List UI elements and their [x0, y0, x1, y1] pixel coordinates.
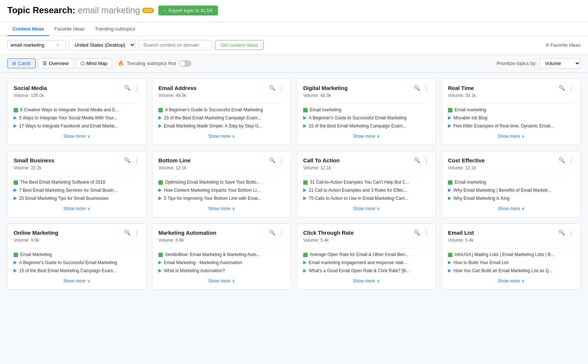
search-icon[interactable]: 🔍 — [269, 85, 275, 91]
search-icon[interactable]: 🔍 — [269, 230, 275, 236]
mindmap-icon: ⬡ — [80, 61, 85, 66]
item-text: What's a Good Email Open Rate & Click Ra… — [309, 268, 409, 273]
cards-view-button[interactable]: ⊞ Cards — [7, 58, 36, 68]
show-more-link[interactable]: Show more ∨ — [448, 206, 574, 211]
show-more-link[interactable]: Show more ∨ — [303, 278, 430, 284]
blue-icon — [158, 269, 162, 273]
item-text: Email marketing engagement and response … — [309, 260, 407, 265]
trending-toggle-switch[interactable] — [179, 60, 191, 67]
show-more-link[interactable]: Show more ∨ — [303, 206, 430, 211]
show-more-link[interactable]: Show more ∨ — [303, 134, 430, 139]
show-more-link[interactable]: Show more ∨ — [448, 134, 574, 139]
card-title: Bottom Line — [158, 157, 191, 163]
search-icon[interactable]: 🔍 — [124, 85, 130, 91]
green-icon — [14, 253, 18, 257]
show-more-link[interactable]: Show more ∨ — [158, 278, 285, 284]
green-icon — [303, 253, 308, 257]
card-item: A Beginner's Guide to Successful Email M… — [303, 115, 430, 120]
more-options-icon[interactable]: ⋮ — [133, 85, 140, 91]
card-divider — [158, 248, 285, 248]
card-item: A Beginner's Guide to Successful Email M… — [14, 260, 140, 265]
search-icon[interactable]: 🔍 — [269, 157, 275, 164]
item-text: InfoUSA | Mailing Lists | Email Marketin… — [455, 252, 554, 257]
search-icon[interactable]: 🔍 — [414, 230, 420, 236]
blue-icon — [158, 197, 162, 200]
more-options-icon[interactable]: ⋮ — [278, 157, 285, 164]
card-items-list: Email marketingA Beginner's Guide to Suc… — [303, 107, 430, 129]
more-options-icon[interactable]: ⋮ — [278, 230, 285, 236]
search-icon[interactable]: 🔍 — [559, 157, 565, 164]
more-options-icon[interactable]: ⋮ — [568, 157, 574, 164]
card-item: 15 of the Best Email Marketing Campaign … — [14, 268, 140, 273]
country-select[interactable]: United States (Desktop) — [69, 40, 136, 50]
card-divider — [158, 176, 285, 176]
title-static: Topic Research: — [7, 5, 75, 15]
search-icon[interactable]: 🔍 — [559, 85, 565, 91]
domain-search-input[interactable] — [139, 40, 212, 50]
keyword-search-box[interactable]: × — [7, 40, 66, 50]
card-actions: 🔍 ⋮ — [414, 85, 430, 91]
blue-icon — [303, 197, 306, 200]
more-options-icon[interactable]: ⋮ — [133, 230, 140, 236]
card-title: Social Media — [14, 85, 47, 91]
list-icon: ≡ — [545, 42, 549, 48]
card-item: How Content Marketing Impacts Your Botto… — [158, 188, 285, 193]
card-items-list: Average Open Rate for Email & Other Emai… — [303, 252, 430, 273]
more-options-icon[interactable]: ⋮ — [423, 230, 430, 236]
item-text: 17 Ways to Integrate Facebook and Email … — [19, 123, 118, 129]
search-icon[interactable]: 🔍 — [559, 230, 565, 236]
card-bottom-line: Bottom Line 🔍 ⋮ Volume: 12.1k Optimizing… — [152, 151, 291, 217]
search-icon[interactable]: 🔍 — [124, 230, 130, 236]
show-more-link[interactable]: Show more ∨ — [158, 134, 285, 139]
card-volume: Volume: 12.1k — [303, 165, 430, 170]
show-more-link[interactable]: Show more ∨ — [14, 206, 140, 211]
card-item: InfoUSA | Mailing Lists | Email Marketin… — [448, 252, 574, 257]
more-options-icon[interactable]: ⋮ — [278, 85, 285, 91]
blue-icon — [14, 124, 17, 128]
item-text: The Best Email Marketing Software of 201… — [20, 180, 105, 185]
show-more-link[interactable]: Show more ∨ — [158, 206, 285, 211]
card-item: 21 Call to Action Examples and 3 Rules f… — [303, 188, 430, 193]
card-marketing-automation: Marketing Automation 🔍 ⋮ Volume: 6.6k Se… — [152, 223, 291, 290]
blue-icon — [14, 197, 17, 200]
more-options-icon[interactable]: ⋮ — [423, 157, 430, 164]
more-options-icon[interactable]: ⋮ — [423, 85, 430, 91]
overview-view-button[interactable]: ☰ Overview — [38, 58, 74, 68]
item-text: A Beginner's Guide to Successful Email M… — [165, 107, 263, 112]
card-item: 75 Calls to Action to Use in Email Marke… — [303, 196, 430, 201]
clear-icon[interactable]: × — [56, 42, 59, 48]
more-options-icon[interactable]: ⋮ — [133, 157, 140, 164]
item-text: 7 Best Email Marketing Services for Smal… — [19, 188, 117, 193]
tab-trending-subtopics[interactable]: Trending subtopics — [90, 22, 140, 36]
show-more-link[interactable]: Show more ∨ — [448, 278, 574, 284]
card-email-address: Email Address 🔍 ⋮ Volume: 49.5k A Beginn… — [152, 79, 291, 145]
show-more-link[interactable]: Show more ∨ — [14, 134, 140, 139]
green-icon — [303, 180, 308, 185]
card-item: Email marketing — [303, 107, 430, 112]
more-options-icon[interactable]: ⋮ — [568, 85, 574, 91]
export-button[interactable]: ↑ Export topic to XLSX — [158, 6, 218, 15]
show-more-link[interactable]: Show more ∨ — [14, 278, 140, 284]
more-options-icon[interactable]: ⋮ — [568, 230, 574, 236]
search-icon[interactable]: 🔍 — [414, 85, 420, 91]
card-items-list: Email MarketingA Beginner's Guide to Suc… — [14, 252, 140, 273]
blue-icon — [158, 188, 162, 192]
search-icon[interactable]: 🔍 — [414, 157, 420, 164]
green-icon — [14, 180, 18, 185]
card-item: 6 Creative Ways to Integrate Social Medi… — [14, 107, 140, 112]
blue-icon — [158, 116, 162, 120]
card-actions: 🔍 ⋮ — [124, 157, 140, 164]
item-text: 5 Tips for Improving Your Bottom Line wi… — [164, 196, 261, 201]
card-header: Digital Marketing 🔍 ⋮ — [303, 85, 430, 91]
favorite-ideas-link[interactable]: ≡ Favorite Ideas — [545, 42, 581, 48]
tab-favorite-ideas[interactable]: Favorite Ideas — [49, 22, 90, 36]
tab-content-ideas[interactable]: Content Ideas — [7, 22, 49, 36]
search-icon[interactable]: 🔍 — [124, 157, 130, 164]
get-ideas-button[interactable]: Get content ideas — [215, 40, 263, 50]
mindmap-view-button[interactable]: ⬡ Mind Map — [76, 58, 112, 68]
keyword-input[interactable] — [11, 42, 55, 48]
card-cost-effective: Cost Effective 🔍 ⋮ Volume: 12.1k Email m… — [442, 151, 581, 217]
prioritize-select[interactable]: Volume Difficulty Efficiency — [539, 58, 581, 69]
card-actions: 🔍 ⋮ — [559, 230, 574, 236]
cards-icon: ⊞ — [12, 61, 16, 66]
